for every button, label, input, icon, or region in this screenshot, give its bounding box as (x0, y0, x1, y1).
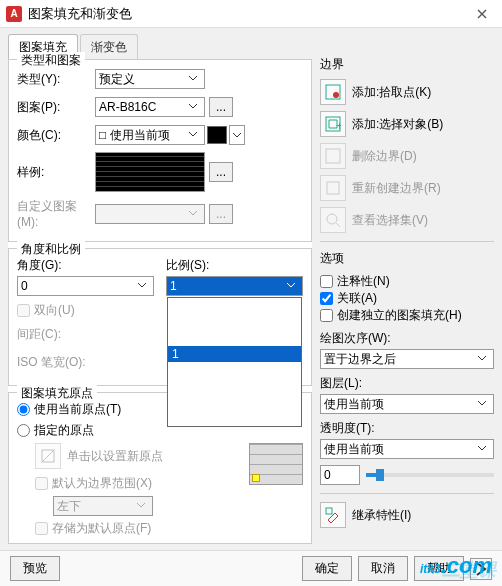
color-swatch-dropdown[interactable] (229, 125, 245, 145)
scale-option[interactable]: 0.75 (168, 330, 301, 346)
associative-input[interactable] (320, 292, 333, 305)
associative-label: 关联(A) (337, 290, 377, 307)
scale-label: 比例(S): (166, 257, 303, 274)
store-default-check (35, 522, 48, 535)
scale-select[interactable]: 1 0.25 0.5 0.75 1 1.25 1.5 1.75 2 (166, 276, 303, 296)
set-origin-button (35, 443, 61, 469)
view-selection-label: 查看选择集(V) (352, 212, 428, 229)
options-title: 选项 (320, 250, 494, 267)
group-title-origin: 图案填充原点 (17, 385, 97, 402)
svg-rect-6 (327, 182, 339, 194)
group-boundary: 边界 添加:拾取点(K) + 添加:选择对象(B) 删除边界(D) (320, 56, 494, 233)
dialog-footer: 预览 确定 取消 帮助 (0, 550, 502, 586)
scale-option[interactable]: 1.25 (168, 362, 301, 378)
radio-current-label: 使用当前原点(T) (34, 401, 121, 418)
scale-option[interactable]: 1.75 (168, 394, 301, 410)
color-value: 使用当前项 (110, 128, 170, 142)
sample-label: 样例: (17, 164, 95, 181)
window-title: 图案填充和渐变色 (28, 5, 132, 23)
color-label: 颜色(C): (17, 127, 95, 144)
annotative-checkbox[interactable]: 注释性(N) (320, 273, 494, 290)
transparency-label: 透明度(T): (320, 420, 494, 437)
scale-option[interactable]: 0.25 (168, 298, 301, 314)
remove-boundary-label: 删除边界(D) (352, 148, 417, 165)
group-title-angle: 角度和比例 (17, 241, 85, 258)
titlebar: A 图案填充和渐变色 (0, 0, 502, 28)
boundary-title: 边界 (320, 56, 494, 73)
pattern-preview[interactable] (95, 152, 205, 192)
color-select[interactable]: □ 使用当前项 (95, 125, 205, 145)
preview-button[interactable]: 预览 (10, 556, 60, 581)
independent-checkbox[interactable]: 创建独立的图案填充(H) (320, 307, 494, 324)
radio-current-input[interactable] (17, 403, 30, 416)
radio-specified-input[interactable] (17, 424, 30, 437)
transparency-slider[interactable] (366, 473, 494, 477)
transparency-select[interactable]: 使用当前项 (320, 439, 494, 459)
scale-option[interactable]: 0.5 (168, 314, 301, 330)
custom-browse-button: ... (209, 204, 233, 224)
transparency-input[interactable]: 0 (320, 465, 360, 485)
layer-value: 使用当前项 (324, 396, 384, 413)
layer-select[interactable]: 使用当前项 (320, 394, 494, 414)
default-extents-label: 默认为边界范围(X) (52, 475, 152, 492)
remove-boundary-button (320, 143, 346, 169)
tab-gradient[interactable]: 渐变色 (80, 34, 138, 60)
type-select[interactable]: 预定义 (95, 69, 205, 89)
draw-order-select[interactable]: 置于边界之后 (320, 349, 494, 369)
svg-point-7 (327, 214, 337, 224)
help-button[interactable]: 帮助 (414, 556, 464, 581)
set-origin-label: 单击以设置新原点 (67, 448, 163, 465)
sample-browse-button[interactable]: ... (209, 162, 233, 182)
radio-specified-label: 指定的原点 (34, 422, 94, 439)
color-swatch[interactable] (207, 126, 227, 144)
ok-button[interactable]: 确定 (302, 556, 352, 581)
inherit-label: 继承特性(I) (352, 507, 411, 524)
scale-option[interactable]: 1.5 (168, 378, 301, 394)
double-check-input (17, 304, 30, 317)
recreate-boundary-button (320, 175, 346, 201)
angle-value: 0 (21, 279, 28, 293)
scale-dropdown-list[interactable]: 0.25 0.5 0.75 1 1.25 1.5 1.75 2 (167, 297, 302, 427)
scale-value: 1 (170, 279, 177, 293)
close-icon[interactable] (468, 4, 496, 24)
chevron-down-icon (474, 442, 490, 456)
extents-select: 左下 (53, 496, 153, 516)
type-value: 预定义 (99, 71, 135, 88)
svg-point-2 (333, 92, 339, 98)
custom-pattern-label: 自定义图案(M): (17, 198, 95, 229)
svg-rect-5 (326, 149, 340, 163)
scale-option[interactable]: 2 (168, 410, 301, 426)
layer-label: 图层(L): (320, 375, 494, 392)
chevron-down-icon (133, 499, 149, 513)
add-pickpoint-button[interactable] (320, 79, 346, 105)
recreate-boundary-label: 重新创建边界(R) (352, 180, 441, 197)
chevron-down-icon (134, 279, 150, 293)
scale-option-selected[interactable]: 1 (168, 346, 301, 362)
extents-value: 左下 (57, 498, 81, 515)
chevron-down-icon (474, 397, 490, 411)
expand-button[interactable] (470, 558, 492, 580)
angle-select[interactable]: 0 (17, 276, 154, 296)
pattern-browse-button[interactable]: ... (209, 97, 233, 117)
group-title-type: 类型和图案 (17, 52, 85, 69)
add-select-label: 添加:选择对象(B) (352, 116, 443, 133)
pattern-label: 图案(P): (17, 99, 95, 116)
annotative-input[interactable] (320, 275, 333, 288)
add-select-button[interactable]: + (320, 111, 346, 137)
chevron-down-icon (185, 207, 201, 221)
default-extents-check (35, 477, 48, 490)
origin-preview (249, 443, 303, 485)
inherit-button[interactable] (320, 502, 346, 528)
transparency-num-value: 0 (324, 468, 331, 482)
chevron-down-icon (283, 279, 299, 293)
group-type-pattern: 类型和图案 类型(Y): 预定义 图案(P): AR-B816C ... (8, 59, 312, 242)
add-pickpoint-label: 添加:拾取点(K) (352, 84, 431, 101)
pattern-select[interactable]: AR-B816C (95, 97, 205, 117)
spacing-label: 间距(C): (17, 326, 95, 343)
associative-checkbox[interactable]: 关联(A) (320, 290, 494, 307)
independent-input[interactable] (320, 309, 333, 322)
angle-label: 角度(G): (17, 257, 154, 274)
double-checkbox: 双向(U) (17, 302, 154, 319)
draw-order-value: 置于边界之后 (324, 351, 396, 368)
cancel-button[interactable]: 取消 (358, 556, 408, 581)
